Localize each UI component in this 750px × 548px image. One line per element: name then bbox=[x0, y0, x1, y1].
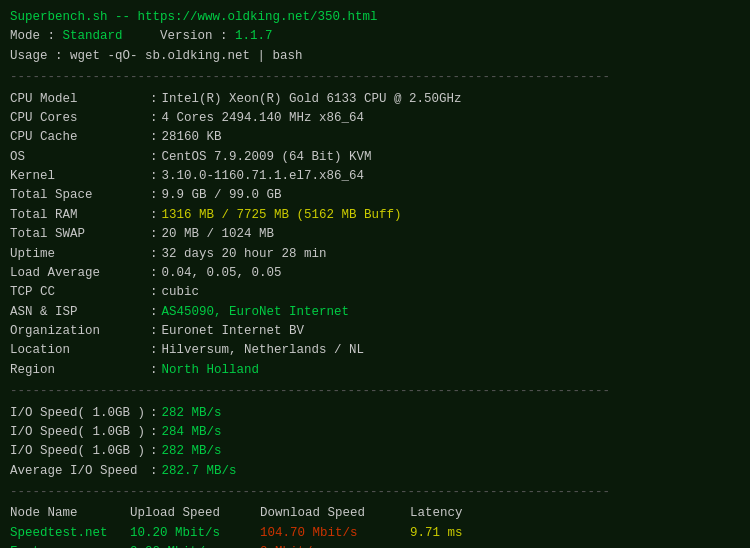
location-row: Location : Hilversum, Netherlands / NL bbox=[10, 341, 740, 360]
bench-cmd: Superbench.sh -- https://www.oldking.net… bbox=[10, 8, 378, 27]
speed-table-row: Fast.com 0.00 Mbit/s 0 Mbit/s - bbox=[10, 543, 740, 548]
org-value: Euronet Internet BV bbox=[162, 322, 305, 341]
uptime-label: Uptime bbox=[10, 245, 150, 264]
io2-value: 284 MB/s bbox=[162, 423, 222, 442]
speed-node-1: Fast.com bbox=[10, 543, 130, 548]
io3-value: 282 MB/s bbox=[162, 442, 222, 461]
region-label: Region bbox=[10, 361, 150, 380]
speed-upload-0: 10.20 Mbit/s bbox=[130, 524, 260, 543]
mode-row: Mode : Standard Version : 1.1.7 bbox=[10, 27, 740, 46]
cpu-cores-row: CPU Cores : 4 Cores 2494.140 MHz x86_64 bbox=[10, 109, 740, 128]
total-swap-label: Total SWAP bbox=[10, 225, 150, 244]
os-label: OS bbox=[10, 148, 150, 167]
cpu-cores-label: CPU Cores bbox=[10, 109, 150, 128]
mode-label: Mode bbox=[10, 27, 40, 46]
total-space-label: Total Space bbox=[10, 186, 150, 205]
divider-2: ----------------------------------------… bbox=[10, 382, 740, 401]
speed-latency-1: - bbox=[410, 543, 418, 548]
divider-3: ----------------------------------------… bbox=[10, 483, 740, 502]
tcp-cc-label: TCP CC bbox=[10, 283, 150, 302]
usage-label: Usage bbox=[10, 47, 48, 66]
load-avg-value: 0.04, 0.05, 0.05 bbox=[162, 264, 282, 283]
org-label: Organization bbox=[10, 322, 150, 341]
io3-label: I/O Speed( 1.0GB ) bbox=[10, 442, 150, 461]
cpu-model-label: CPU Model bbox=[10, 90, 150, 109]
io-avg-label: Average I/O Speed bbox=[10, 462, 150, 481]
terminal-output: Superbench.sh -- https://www.oldking.net… bbox=[10, 8, 740, 548]
asn-isp-row: ASN & ISP : AS45090, EuroNet Internet bbox=[10, 303, 740, 322]
uptime-value: 32 days 20 hour 28 min bbox=[162, 245, 327, 264]
io2-row: I/O Speed( 1.0GB ) : 284 MB/s bbox=[10, 423, 740, 442]
speed-table-row: Speedtest.net 10.20 Mbit/s 104.70 Mbit/s… bbox=[10, 524, 740, 543]
cpu-cache-label: CPU Cache bbox=[10, 128, 150, 147]
io3-row: I/O Speed( 1.0GB ) : 282 MB/s bbox=[10, 442, 740, 461]
speed-download-0: 104.70 Mbit/s bbox=[260, 524, 410, 543]
io1-value: 282 MB/s bbox=[162, 404, 222, 423]
total-swap-value: 20 MB / 1024 MB bbox=[162, 225, 275, 244]
speed-latency-0: 9.71 ms bbox=[410, 524, 463, 543]
total-ram-label: Total RAM bbox=[10, 206, 150, 225]
total-space-row: Total Space : 9.9 GB / 99.0 GB bbox=[10, 186, 740, 205]
load-avg-row: Load Average : 0.04, 0.05, 0.05 bbox=[10, 264, 740, 283]
cpu-cache-value: 28160 KB bbox=[162, 128, 222, 147]
os-row: OS : CentOS 7.9.2009 (64 Bit) KVM bbox=[10, 148, 740, 167]
location-value: Hilversum, Netherlands / NL bbox=[162, 341, 365, 360]
io-section: I/O Speed( 1.0GB ) : 282 MB/s I/O Speed(… bbox=[10, 404, 740, 482]
cpu-model-row: CPU Model : Intel(R) Xeon(R) Gold 6133 C… bbox=[10, 90, 740, 109]
speed-rows-container: Speedtest.net 10.20 Mbit/s 104.70 Mbit/s… bbox=[10, 524, 740, 548]
kernel-value: 3.10.0-1160.71.1.el7.x86_64 bbox=[162, 167, 365, 186]
region-value: North Holland bbox=[162, 361, 260, 380]
asn-isp-label: ASN & ISP bbox=[10, 303, 150, 322]
col-header-download: Download Speed bbox=[260, 504, 410, 523]
col-header-node: Node Name bbox=[10, 504, 130, 523]
kernel-row: Kernel : 3.10.0-1160.71.1.el7.x86_64 bbox=[10, 167, 740, 186]
header-section: Superbench.sh -- https://www.oldking.net… bbox=[10, 8, 740, 66]
os-value: CentOS 7.9.2009 (64 Bit) KVM bbox=[162, 148, 372, 167]
col-header-upload: Upload Speed bbox=[130, 504, 260, 523]
speed-table-section: Node Name Upload Speed Download Speed La… bbox=[10, 504, 740, 548]
version-label: Version bbox=[160, 27, 213, 46]
io1-label: I/O Speed( 1.0GB ) bbox=[10, 404, 150, 423]
total-ram-row: Total RAM : 1316 MB / 7725 MB (5162 MB B… bbox=[10, 206, 740, 225]
speed-download-1: 0 Mbit/s bbox=[260, 543, 410, 548]
system-section: CPU Model : Intel(R) Xeon(R) Gold 6133 C… bbox=[10, 90, 740, 381]
kernel-label: Kernel bbox=[10, 167, 150, 186]
total-ram-value: 1316 MB / 7725 MB (5162 MB Buff) bbox=[162, 206, 402, 225]
usage-value: wget -qO- sb.oldking.net | bash bbox=[70, 47, 303, 66]
usage-row: Usage : wget -qO- sb.oldking.net | bash bbox=[10, 47, 740, 66]
region-row: Region : North Holland bbox=[10, 361, 740, 380]
location-label: Location bbox=[10, 341, 150, 360]
total-space-value: 9.9 GB / 99.0 GB bbox=[162, 186, 282, 205]
mode-value: Standard bbox=[63, 27, 123, 46]
io-avg-row: Average I/O Speed : 282.7 MB/s bbox=[10, 462, 740, 481]
speed-table-header: Node Name Upload Speed Download Speed La… bbox=[10, 504, 740, 523]
tcp-cc-value: cubic bbox=[162, 283, 200, 302]
col-header-latency: Latency bbox=[410, 504, 463, 523]
io-avg-value: 282.7 MB/s bbox=[162, 462, 237, 481]
io1-row: I/O Speed( 1.0GB ) : 282 MB/s bbox=[10, 404, 740, 423]
io2-label: I/O Speed( 1.0GB ) bbox=[10, 423, 150, 442]
speed-node-0: Speedtest.net bbox=[10, 524, 130, 543]
bench-cmd-row: Superbench.sh -- https://www.oldking.net… bbox=[10, 8, 740, 27]
asn-isp-value: AS45090, EuroNet Internet bbox=[162, 303, 350, 322]
total-swap-row: Total SWAP : 20 MB / 1024 MB bbox=[10, 225, 740, 244]
speed-upload-1: 0.00 Mbit/s bbox=[130, 543, 260, 548]
cpu-model-value: Intel(R) Xeon(R) Gold 6133 CPU @ 2.50GHz bbox=[162, 90, 462, 109]
cpu-cache-row: CPU Cache : 28160 KB bbox=[10, 128, 740, 147]
divider-1: ----------------------------------------… bbox=[10, 68, 740, 87]
version-value: 1.1.7 bbox=[235, 27, 273, 46]
load-avg-label: Load Average bbox=[10, 264, 150, 283]
cpu-cores-value: 4 Cores 2494.140 MHz x86_64 bbox=[162, 109, 365, 128]
uptime-row: Uptime : 32 days 20 hour 28 min bbox=[10, 245, 740, 264]
org-row: Organization : Euronet Internet BV bbox=[10, 322, 740, 341]
tcp-cc-row: TCP CC : cubic bbox=[10, 283, 740, 302]
